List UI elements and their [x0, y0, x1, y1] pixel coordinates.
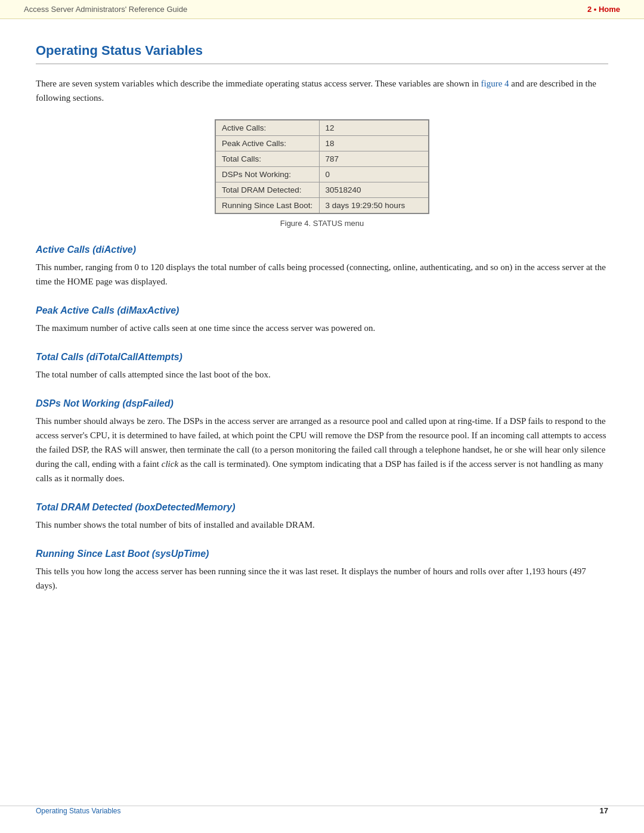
section-body: This tells you how long the access serve… [36, 564, 608, 593]
header-bar: Access Server Administrators' Reference … [0, 0, 644, 19]
status-table: Active Calls:12Peak Active Calls:18Total… [215, 119, 429, 214]
table-cell-value: 30518240 [319, 182, 429, 198]
section-heading: Total DRAM Detected (boxDetectedMemory) [36, 502, 608, 513]
sections-container: Active Calls (diActive)This number, rang… [36, 244, 608, 593]
section-heading: DSPs Not Working (dspFailed) [36, 398, 608, 409]
table-cell-label: Active Calls: [215, 120, 319, 136]
table-cell-label: Running Since Last Boot: [215, 198, 319, 214]
section-body: The total number of calls attempted sinc… [36, 367, 608, 382]
section-body: The maximum number of active calls seen … [36, 321, 608, 335]
table-row: Active Calls:12 [215, 120, 429, 136]
section-body: This number should always be zero. The D… [36, 414, 608, 485]
section-body: This number shows the total number of bi… [36, 518, 608, 532]
table-row: Total Calls:787 [215, 151, 429, 167]
table-row: Total DRAM Detected:30518240 [215, 182, 429, 198]
page-footer: Operating Status Variables 17 [0, 806, 644, 815]
main-content: Operating Status Variables There are sev… [0, 19, 644, 631]
table-cell-label: DSPs Not Working: [215, 167, 319, 182]
status-table-container: Active Calls:12Peak Active Calls:18Total… [36, 119, 608, 228]
footer-left-text: Operating Status Variables [36, 807, 121, 815]
chapter-label: 2 • Home [587, 5, 620, 14]
guide-title: Access Server Administrators' Reference … [24, 5, 187, 14]
italic-word: click [162, 459, 178, 469]
table-cell-value: 18 [319, 136, 429, 151]
table-row: Running Since Last Boot:3 days 19:29:50 … [215, 198, 429, 214]
table-row: DSPs Not Working:0 [215, 167, 429, 182]
table-cell-value: 3 days 19:29:50 hours [319, 198, 429, 214]
section-heading: Running Since Last Boot (sysUpTime) [36, 549, 608, 559]
table-cell-label: Total DRAM Detected: [215, 182, 319, 198]
intro-text-before: There are seven system variables which d… [36, 79, 481, 88]
section-body: This number, ranging from 0 to 120 displ… [36, 260, 608, 289]
table-cell-value: 0 [319, 167, 429, 182]
section-heading: Active Calls (diActive) [36, 244, 608, 255]
table-cell-label: Peak Active Calls: [215, 136, 319, 151]
intro-paragraph: There are seven system variables which d… [36, 76, 608, 105]
table-row: Peak Active Calls:18 [215, 136, 429, 151]
section-heading: Total Calls (diTotalCallAttempts) [36, 352, 608, 363]
section-heading: Peak Active Calls (diMaxActive) [36, 305, 608, 316]
page-number: 17 [600, 806, 608, 815]
figure4-link[interactable]: figure 4 [481, 79, 509, 88]
table-cell-value: 12 [319, 120, 429, 136]
figure-caption: Figure 4. STATUS menu [280, 219, 364, 228]
table-cell-label: Total Calls: [215, 151, 319, 167]
table-cell-value: 787 [319, 151, 429, 167]
page-title: Operating Status Variables [36, 43, 608, 64]
